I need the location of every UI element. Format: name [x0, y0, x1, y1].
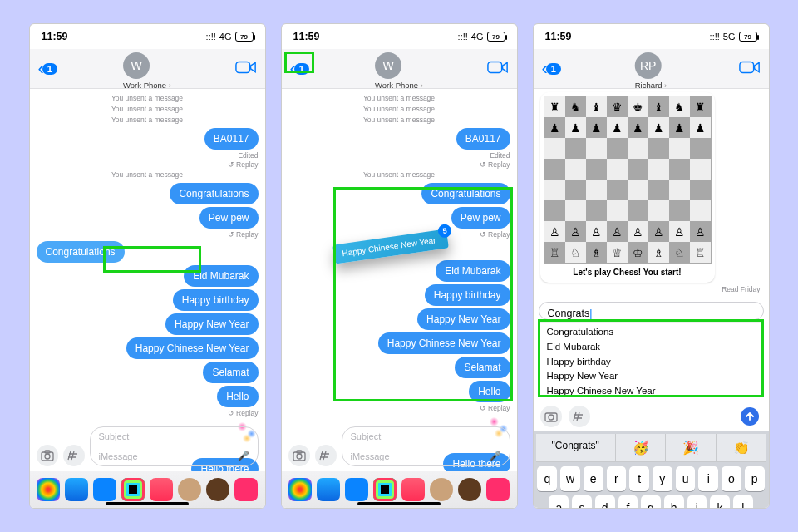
key-o[interactable]: o [722, 466, 741, 491]
sent-message[interactable]: Happy New Year [417, 308, 510, 330]
dock-app-fitness[interactable] [373, 478, 397, 501]
suggestion-item[interactable]: Eid Mubarak [547, 340, 756, 355]
sent-message[interactable]: BA0117 [456, 128, 510, 150]
dock-app-fitness[interactable] [121, 478, 145, 501]
back-button[interactable]: ‹ 1 [290, 60, 309, 78]
dock-app-photos[interactable] [288, 478, 312, 501]
key-r[interactable]: r [607, 466, 627, 491]
home-indicator[interactable] [106, 502, 189, 505]
dock-app-memoji-1[interactable] [178, 478, 201, 501]
key-u[interactable]: u [676, 466, 696, 491]
status-signal: ::!! [458, 32, 468, 42]
sent-message[interactable]: Happy birthday [425, 284, 510, 306]
dock-app-memoji-1[interactable] [430, 478, 453, 501]
replay-button[interactable]: ↺ Replay [480, 160, 510, 169]
camera-button[interactable] [288, 445, 310, 466]
suggestion-item[interactable]: Happy birthday [547, 355, 756, 370]
replay-button[interactable]: ↺ Replay [228, 230, 259, 239]
home-indicator[interactable] [357, 502, 441, 505]
facetime-button[interactable] [235, 60, 257, 78]
dock-app-memoji-2[interactable] [206, 478, 229, 501]
back-button[interactable]: ‹ 1 [542, 60, 561, 78]
dictation-icon[interactable]: 🎤 [238, 451, 249, 461]
sent-message[interactable]: Hello [217, 386, 258, 407]
sent-message[interactable]: Eid Mubarak [436, 260, 510, 282]
key-p[interactable]: p [745, 466, 765, 491]
replay-button[interactable]: ↺ Replay [228, 409, 259, 417]
dock-app-music[interactable] [150, 478, 173, 501]
sent-message[interactable]: Congratulations [421, 183, 510, 204]
key-y[interactable]: y [653, 466, 672, 491]
replay-button[interactable]: ↺ Replay [480, 404, 510, 412]
chess-square: ♛ [607, 96, 628, 117]
chess-app-message[interactable]: ♜♞♝♛♚♝♞♜♟♟♟♟♟♟♟♟♙♙♙♙♙♙♙♙♖♘♗♕♔♗♘♖ Let's p… [540, 92, 715, 283]
dock-app-heart[interactable] [486, 478, 510, 501]
dock-app-photos[interactable] [37, 478, 60, 501]
dock-app-appstore[interactable] [317, 478, 340, 501]
message-input[interactable]: iMessage 🎤 [342, 446, 510, 466]
key-q[interactable]: q [537, 466, 557, 491]
message-input[interactable]: Congrats [539, 302, 764, 320]
dock-app-music[interactable] [401, 478, 425, 501]
dock-app-memoji-2[interactable] [458, 478, 481, 501]
sent-message[interactable]: Happy New Year [165, 313, 258, 335]
dock-app-appstore[interactable] [65, 478, 88, 501]
chess-square [628, 138, 648, 159]
sent-message[interactable]: Congratulations [170, 183, 258, 204]
facetime-button[interactable] [739, 60, 761, 78]
key-k[interactable]: k [710, 495, 730, 508]
key-g[interactable]: g [641, 495, 661, 508]
key-t[interactable]: t [629, 466, 649, 491]
sent-message[interactable]: Selamat [203, 362, 258, 383]
key-s[interactable]: s [572, 495, 592, 508]
sent-message[interactable]: Selamat [455, 357, 510, 378]
prediction-quoted[interactable]: "Congrats" [536, 434, 616, 461]
sent-message[interactable]: Happy Chinese New Year [378, 332, 510, 354]
apps-button[interactable] [569, 406, 590, 427]
key-h[interactable]: h [664, 495, 684, 508]
key-d[interactable]: d [595, 495, 615, 508]
sent-message[interactable]: Happy birthday [173, 289, 259, 311]
send-button[interactable] [741, 407, 759, 426]
key-e[interactable]: e [584, 466, 603, 491]
back-button[interactable]: ‹ 1 [38, 60, 57, 78]
dock-app-audio[interactable] [93, 478, 116, 501]
message-input[interactable]: iMessage 🎤 [91, 446, 258, 466]
key-f[interactable]: f [618, 495, 638, 508]
camera-button[interactable] [37, 445, 58, 466]
dictation-icon[interactable]: 🎤 [490, 451, 501, 461]
key-j[interactable]: j [687, 495, 707, 508]
camera-button[interactable] [540, 406, 562, 427]
avatar[interactable]: RP [635, 52, 662, 79]
replay-button[interactable]: ↺ Replay [480, 230, 510, 239]
prediction-emoji[interactable]: 🥳 [616, 434, 667, 461]
suggestion-item[interactable]: Congratulations [547, 325, 756, 340]
apps-button[interactable] [315, 445, 337, 466]
key-a[interactable]: a [549, 495, 569, 508]
suggestion-item[interactable]: Happy New Year [547, 369, 756, 384]
sent-message[interactable]: Pew pew [200, 207, 259, 229]
dock-app-audio[interactable] [345, 478, 368, 501]
replay-button[interactable]: ↺ Replay [228, 160, 259, 169]
suggestion-item[interactable]: Happy Chinese New Year [547, 384, 756, 399]
avatar[interactable]: W [375, 52, 401, 79]
key-l[interactable]: l [733, 495, 753, 508]
key-w[interactable]: w [560, 466, 580, 491]
facetime-button[interactable] [487, 60, 509, 78]
sent-message[interactable]: BA0117 [204, 128, 259, 150]
subject-input[interactable]: Subject [342, 427, 510, 446]
avatar[interactable]: W [123, 52, 150, 79]
conversation-view[interactable]: ♜♞♝♛♚♝♞♜♟♟♟♟♟♟♟♟♙♙♙♙♙♙♙♙♖♘♗♕♔♗♘♖ Let's p… [534, 89, 769, 508]
prediction-emoji[interactable]: 👏 [717, 434, 766, 461]
sent-message[interactable]: Pew pew [451, 207, 510, 229]
sent-message[interactable]: Hello [469, 381, 510, 402]
subject-input[interactable]: Subject [91, 427, 258, 446]
sent-message[interactable]: Happy Chinese New Year [126, 337, 259, 359]
tapback-bubble[interactable]: Congratulations [37, 241, 125, 263]
key-i[interactable]: i [698, 466, 718, 491]
prediction-emoji[interactable]: 🎉 [666, 434, 717, 461]
dock-app-heart[interactable] [234, 478, 258, 501]
contact-name[interactable]: Richard [635, 81, 667, 90]
sent-message[interactable]: Eid Mubarak [184, 265, 258, 287]
apps-button[interactable] [63, 445, 85, 466]
